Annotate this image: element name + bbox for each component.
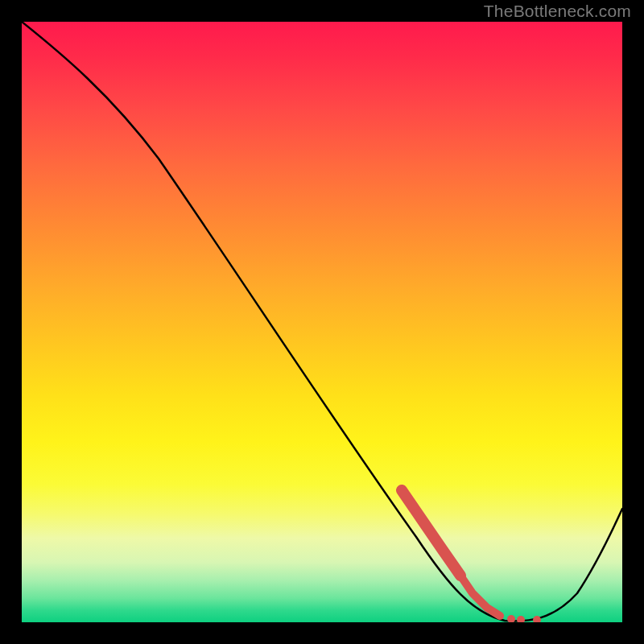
highlight-dot-1 — [507, 615, 515, 622]
highlighted-range-thick — [402, 490, 460, 576]
highlight-dot-2 — [517, 616, 525, 622]
chart-frame: TheBottleneck.com — [0, 0, 644, 644]
watermark-text: TheBottleneck.com — [484, 2, 631, 21]
plot-area — [22, 22, 622, 622]
highlight-dot-3 — [533, 616, 541, 622]
bottleneck-curve — [22, 22, 622, 621]
curve-svg — [22, 22, 622, 622]
